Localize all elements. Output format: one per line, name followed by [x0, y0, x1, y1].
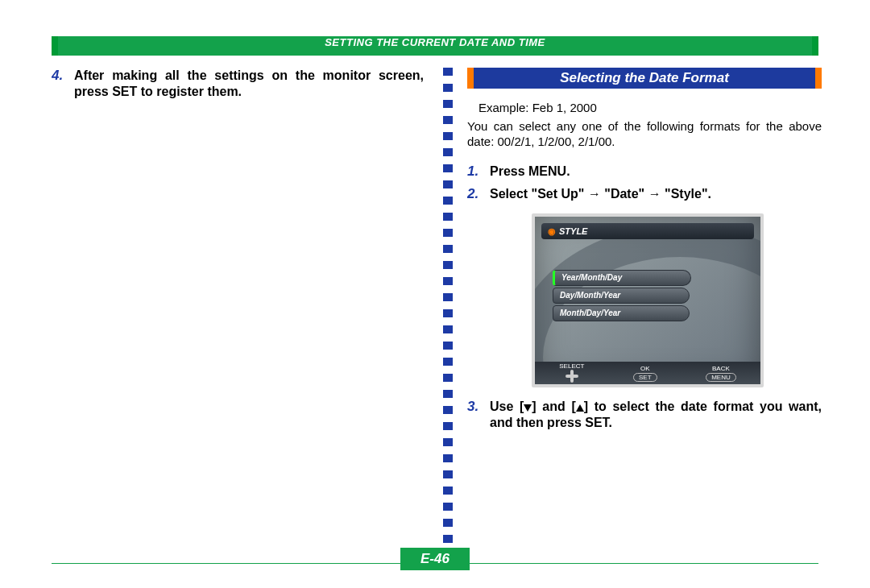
- sub-heading: Selecting the Date Format: [467, 68, 822, 89]
- down-triangle-icon: [524, 404, 532, 412]
- camera-lcd: ◉STYLE Year/Month/Day Day/Month/Year Mon…: [532, 213, 764, 387]
- step2-part-c: "Style".: [661, 187, 711, 201]
- subhead-title: Selecting the Date Format: [474, 68, 815, 89]
- step3-part-b: ] and [: [532, 400, 575, 413]
- lcd-title: STYLE: [559, 226, 587, 236]
- column-divider: [443, 68, 453, 548]
- example-line: Example: Feb 1, 2000: [478, 100, 822, 115]
- set-button-icon: SET: [633, 373, 657, 382]
- step2-part-b: "Date": [601, 187, 648, 201]
- lcd-option-selected: Year/Month/Day: [553, 270, 691, 286]
- dpad-icon: [564, 370, 580, 383]
- left-column: 4. After making all the settings on the …: [52, 68, 424, 106]
- subhead-cap-left: [467, 68, 474, 89]
- arrow-icon: →: [648, 186, 661, 202]
- step-text: After making all the settings on the mon…: [71, 68, 424, 100]
- lcd-option: Day/Month/Year: [553, 288, 690, 304]
- step-1: 1. Press MENU.: [467, 164, 822, 180]
- lcd-foot-select: SELECT: [559, 362, 584, 384]
- foot-label: BACK: [706, 365, 736, 372]
- foot-label: SELECT: [559, 362, 584, 370]
- step-number: 3.: [467, 399, 487, 415]
- lcd-title-bar: ◉STYLE: [541, 223, 754, 239]
- step-number: 4.: [52, 68, 71, 84]
- right-column: Selecting the Date Format Example: Feb 1…: [467, 68, 822, 437]
- footer-rule: [52, 563, 818, 564]
- menu-button-icon: MENU: [706, 373, 736, 382]
- section-title: SETTING THE CURRENT DATE AND TIME: [58, 36, 812, 56]
- lcd-foot-back: BACK MENU: [706, 365, 736, 382]
- step3-part-a: Use [: [490, 400, 524, 413]
- header-cap-right: [812, 36, 818, 56]
- arrow-icon: →: [588, 186, 601, 202]
- step-number: 1.: [467, 164, 487, 180]
- section-header: SETTING THE CURRENT DATE AND TIME: [52, 36, 818, 56]
- page-number: E-46: [400, 548, 470, 570]
- foot-label: OK: [633, 365, 657, 372]
- step-text: Select "Set Up" → "Date" → "Style".: [487, 186, 822, 202]
- header-cap-left: [52, 36, 58, 56]
- bullet-icon: ◉: [548, 226, 556, 236]
- lcd-foot-ok: OK SET: [633, 365, 657, 382]
- step-3: 3. Use [] and [] to select the date form…: [467, 399, 822, 431]
- lcd-footer: SELECT OK SET BACK MENU: [535, 362, 760, 384]
- step-text: Press MENU.: [487, 164, 822, 180]
- subhead-cap-right: [815, 68, 822, 89]
- step-number: 2.: [467, 186, 487, 202]
- step-2: 2. Select "Set Up" → "Date" → "Style".: [467, 186, 822, 202]
- step-4: 4. After making all the settings on the …: [52, 68, 424, 100]
- manual-page: SETTING THE CURRENT DATE AND TIME 4. Aft…: [0, 0, 870, 588]
- step2-part-a: Select "Set Up": [490, 187, 588, 201]
- lcd-option: Month/Day/Year: [553, 305, 690, 321]
- step-text: Use [] and [] to select the date format …: [487, 399, 822, 431]
- up-triangle-icon: [576, 404, 584, 412]
- intro-text: You can select any one of the following …: [467, 118, 822, 149]
